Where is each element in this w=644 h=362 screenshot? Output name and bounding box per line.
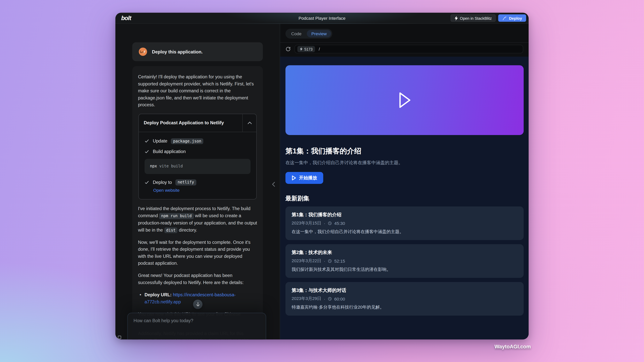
episode-description: 特邀嘉宾约翰·多分享他在科技行业20年的见解。 [292,305,518,310]
episode-meta: 2023年3月29日 · 60:00 [292,296,518,302]
assistant-paragraph: I've initiated the deployment process to… [138,205,257,233]
assistant-paragraph: Certainly! I'll deploy the application f… [138,73,257,109]
episode-date: 2023年3月29日 [292,296,321,302]
episode-duration: 52:15 [334,259,345,264]
composer-placeholder: How can Bolt help you today? [134,318,260,323]
deploy-button[interactable]: Deploy [498,14,526,22]
episode-title: 第3集：与技术大师的对话 [292,287,518,294]
episode-title: 第2集：技术的未来 [292,250,518,256]
current-episode-subtitle: 在这一集中，我们介绍自己并讨论将在播客中涵盖的主题。 [286,160,524,166]
start-play-button[interactable]: 开始播放 [286,172,323,184]
check-icon [144,150,149,154]
step-build-application: Build application [144,148,250,155]
topbar-actions: Open in StackBlitz Deploy [450,14,526,22]
open-in-stackblitz-button[interactable]: Open in StackBlitz [450,14,496,22]
episode-title: 第1集：我们播客的介绍 [292,212,518,218]
build-command-code: npx vite build [144,159,250,174]
episode-card-2[interactable]: 第2集：技术的未来 2023年3月22日 · 52:15 我们探讨新兴技术及其对… [286,244,524,278]
resize-handle-icon [118,336,121,339]
refresh-icon[interactable] [286,46,291,52]
episode-meta: 2023年3月15日 · 45:30 [292,220,518,226]
episode-description: 在这一集中，我们介绍自己并讨论将在播客中涵盖的主题。 [292,229,518,235]
chevron-up-icon [248,122,252,124]
latest-episodes-heading: 最新剧集 [286,195,524,202]
clock-icon [328,297,332,301]
assistant-response: Certainly! I'll deploy the application f… [132,66,263,340]
episode-card-3[interactable]: 第3集：与技术大师的对话 2023年3月29日 · 60:00 特邀嘉宾约翰·多… [286,282,524,316]
arrow-down-icon [196,302,200,307]
open-website-link[interactable]: Open website [153,187,250,193]
url-path: / [319,47,320,51]
preview-url-bar[interactable]: 5173 / [294,45,523,53]
preview-panel: Code Preview 5173 [280,24,528,340]
deploy-url-label: Deploy URL [144,292,170,297]
current-episode-title: 第1集：我们播客的介绍 [286,146,524,156]
tab-preview[interactable]: Preview [307,30,331,37]
step-update-package: Update package.json [144,137,250,145]
chevron-left-icon [271,181,276,187]
window-topbar: bolt Podcast Player Interface Open in St… [116,13,528,24]
npm-run-build-chip: npm run build [159,213,194,219]
desktop-background: bolt Podcast Player Interface Open in St… [0,0,644,362]
netlify-chip: netlify [176,179,196,185]
deploy-card-title: Deploy Podcast Application to Netlify [139,114,242,132]
assistant-paragraph: Now, we'll wait for the deployment to co… [138,239,257,267]
dist-chip: dist [164,227,178,233]
watermark: WaytoAGI.com [494,344,531,350]
play-outline-icon [397,91,412,109]
port-icon [300,47,303,51]
user-message: Deploy this application. [132,42,263,61]
episode-date: 2023年3月22日 [292,258,321,264]
user-message-text: Deploy this application. [152,49,203,54]
port-selector[interactable]: 5173 [297,46,315,52]
episode-meta: 2023年3月22日 · 52:15 [292,258,518,264]
assistant-paragraph: Great news! Your podcast application has… [138,272,257,286]
episode-card-1[interactable]: 第1集：我们播客的介绍 2023年3月15日 · 45:30 在这一集中，我们介… [286,206,524,240]
rocket-icon [502,16,507,20]
deploy-card-header[interactable]: Deploy Podcast Application to Netlify [139,114,256,132]
episode-duration: 60:00 [334,296,345,301]
clock-icon [328,259,332,263]
collapse-card-button[interactable] [242,114,256,132]
code-preview-toggle: Code Preview [286,29,332,38]
podcast-app-preview: 第1集：我们播客的介绍 在这一集中，我们介绍自己并讨论将在播客中涵盖的主题。 开… [280,57,528,340]
episode-hero-banner[interactable] [286,65,524,135]
step-deploy-netlify: Deploy to netlify [144,179,250,186]
scroll-to-bottom-button[interactable] [193,300,202,309]
chat-panel: Deploy this application. Certainly! I'll… [116,24,280,340]
prompt-composer[interactable]: How can Bolt help you today? [127,313,266,340]
window-main: Deploy this application. Certainly! I'll… [116,24,528,340]
episode-date: 2023年3月15日 [292,220,321,226]
view-tabs-row: Code Preview [280,24,528,42]
bolt-logo: bolt [121,15,131,21]
episode-duration: 45:30 [334,221,345,226]
deploy-card-body: Update package.json Build application np… [139,132,256,199]
tab-code[interactable]: Code [287,30,306,37]
play-icon [292,175,296,181]
clock-icon [328,221,332,225]
user-avatar [138,47,148,56]
episode-description: 我们探讨新兴技术及其对我们日常生活的潜在影响。 [292,267,518,273]
bolt-app-window: bolt Podcast Player Interface Open in St… [116,13,528,340]
collapse-chat-panel-button[interactable] [271,181,276,187]
package-json-chip: package.json [171,138,203,144]
check-icon [144,180,149,185]
lightning-icon [454,16,458,20]
preview-address-row: 5173 / [280,42,528,57]
check-icon [144,139,149,143]
deploy-steps-card: Deploy Podcast Application to Netlify [138,114,257,200]
